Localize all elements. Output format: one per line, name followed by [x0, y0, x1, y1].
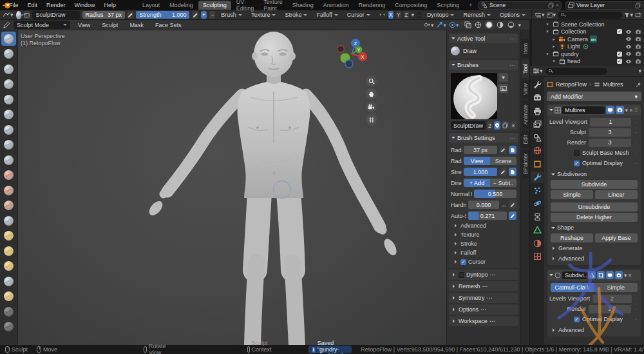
pan-hand-button[interactable]: [366, 88, 377, 99]
show-viewport-icon[interactable]: [606, 271, 614, 279]
brush-preview-icon[interactable]: [16, 11, 22, 19]
on-cage-icon[interactable]: [597, 271, 605, 279]
outliner-filter-icon[interactable]: ▾: [624, 12, 633, 18]
tab-animation[interactable]: Animation: [319, 1, 354, 10]
sculpt-base-mesh-checkbox[interactable]: [574, 150, 580, 156]
remesh-section-header[interactable]: Remesh⋯: [449, 281, 518, 291]
subsection-falloff[interactable]: Falloff: [451, 248, 516, 257]
simple-button[interactable]: Simple: [594, 283, 638, 292]
properties-tab-scene[interactable]: [531, 132, 544, 143]
radius-pressure-icon[interactable]: [128, 11, 133, 19]
breadcrumb-modifier[interactable]: Multires: [603, 81, 623, 88]
properties-tab-output[interactable]: [531, 105, 544, 117]
drag-grip-icon[interactable]: ⋯: [509, 62, 516, 68]
overlays-dropdown[interactable]: ▾: [449, 21, 459, 28]
new-collection-icon[interactable]: [635, 12, 641, 18]
menu-help[interactable]: Help: [100, 1, 120, 9]
outliner-row-scene-collection[interactable]: ▾ Scene Collection: [545, 21, 643, 28]
properties-tab-texture[interactable]: [531, 251, 544, 262]
npanel-tab-bpainter[interactable]: BPainter: [522, 150, 529, 179]
viewport-3d[interactable]: User Perspective (1) RetopoFlow: [0, 30, 529, 345]
sculpt-model-figure[interactable]: [18, 30, 446, 345]
viewport-menu-view[interactable]: View: [74, 21, 94, 29]
levels-viewport-field[interactable]: 2: [592, 295, 631, 303]
render-visibility-icon[interactable]: [634, 35, 641, 43]
dyntopo-checkbox[interactable]: [459, 272, 464, 278]
render-level-field[interactable]: 3: [589, 139, 631, 147]
radius-field[interactable]: 37 px: [464, 146, 497, 154]
zoom-button[interactable]: [366, 75, 377, 86]
unlink-brush-icon[interactable]: ×: [510, 121, 516, 130]
brush-nudge-button[interactable]: [1, 304, 16, 319]
brushes-section-header[interactable]: Brushes⋯: [449, 60, 518, 70]
brush-mask-button[interactable]: [1, 320, 16, 334]
autosmooth-pressure-icon[interactable]: [509, 211, 516, 220]
render-visibility-icon[interactable]: [634, 58, 641, 65]
advanced-subpanel-header[interactable]: Advanced: [549, 326, 639, 335]
hide-eye-icon[interactable]: [625, 50, 632, 57]
save-status-badge[interactable]: iSaved "gundry-002.blend": [308, 346, 352, 353]
duplicate-scene-icon[interactable]: [548, 3, 554, 8]
subsection-advanced[interactable]: Advanced: [451, 221, 516, 230]
cursor-checkbox[interactable]: ✓: [460, 259, 466, 265]
orthographic-toggle-button[interactable]: [366, 114, 377, 125]
brush-smooth-button[interactable]: [1, 168, 16, 182]
show-object-types-dropdown[interactable]: ▾: [424, 22, 434, 28]
outliner-row-gundry[interactable]: ▾ gundry ✓: [545, 50, 643, 58]
properties-options-dropdown[interactable]: ▾: [638, 68, 641, 74]
fake-user-shield-icon[interactable]: [494, 121, 500, 130]
npanel-tab-view[interactable]: View: [522, 79, 529, 99]
drag-grip-icon[interactable]: ⋯: [490, 271, 496, 278]
view-layer-selector[interactable]: View Layer ×: [565, 1, 644, 10]
drag-grip-icon[interactable]: ⋯: [509, 135, 516, 141]
npanel-tab-tool[interactable]: Tool: [522, 60, 529, 78]
brush-blob-button[interactable]: [1, 138, 16, 152]
tab-shading[interactable]: Shading: [288, 1, 318, 10]
brush-thumb-button[interactable]: [1, 274, 16, 288]
radius-tablet-icon[interactable]: [509, 146, 516, 154]
navigation-gizmo[interactable]: Z Y X: [333, 34, 370, 72]
viewport-menu-face-sets[interactable]: Face Sets: [151, 21, 185, 29]
brush-image-icon[interactable]: [498, 84, 508, 93]
shape-subpanel-header[interactable]: Shape: [549, 223, 639, 232]
brush-pinch-button[interactable]: [1, 213, 16, 228]
outliner-row-collection[interactable]: ▾ Collection ✓: [545, 28, 643, 36]
hide-eye-icon[interactable]: [625, 58, 632, 65]
viewport-canvas[interactable]: User Perspective (1) RetopoFlow: [18, 30, 446, 345]
viewport-menu-sculpt[interactable]: Sculpt: [98, 21, 122, 29]
show-render-icon[interactable]: [616, 106, 624, 114]
hide-eye-icon[interactable]: [625, 28, 632, 35]
render-visibility-icon[interactable]: [634, 50, 641, 57]
subsection-stroke[interactable]: Stroke: [451, 239, 516, 248]
catmull-clark-button[interactable]: Catmull-Clark: [551, 283, 594, 292]
brush-layer-button[interactable]: [1, 108, 16, 122]
delete-scene-icon[interactable]: ×: [556, 2, 559, 8]
outliner-editor-type-icon[interactable]: ▾: [535, 12, 545, 18]
brush-settings-section-header[interactable]: Brush Settings⋯: [449, 133, 518, 143]
brush-preview-image[interactable]: [451, 73, 497, 119]
properties-editor-type-icon[interactable]: ▾: [533, 68, 543, 74]
drag-grip-icon[interactable]: ⋯: [489, 318, 495, 324]
properties-tab-view-layer[interactable]: [531, 119, 544, 130]
exclude-checkbox[interactable]: ✓: [617, 29, 622, 34]
strength-pressure-icon[interactable]: [499, 168, 507, 176]
properties-tab-render[interactable]: [531, 92, 544, 104]
tab-scripting[interactable]: Scripting: [432, 1, 464, 10]
options-section-header[interactable]: Options⋯: [449, 304, 518, 315]
properties-tab-tool[interactable]: [531, 79, 544, 90]
strength-tablet-icon[interactable]: [509, 168, 516, 176]
modifier-extras-dropdown[interactable]: ▾: [625, 107, 629, 113]
shading-wireframe-button[interactable]: [474, 21, 482, 29]
radius-slider[interactable]: Radius37 px: [82, 11, 125, 19]
sculpt-level-field[interactable]: 3: [589, 128, 631, 137]
browse-brush-icon[interactable]: [24, 11, 30, 19]
active-tool-section-header[interactable]: Active Tool⋯: [449, 34, 518, 43]
apply-base-button[interactable]: Apply Base: [595, 233, 638, 242]
hardness-invert-icon[interactable]: ↔: [501, 202, 507, 208]
duplicate-view-layer-icon[interactable]: [635, 3, 641, 8]
tab-sculpting[interactable]: Sculpting: [198, 1, 231, 10]
generate-subpanel-header[interactable]: Generate: [549, 244, 639, 253]
show-viewport-icon[interactable]: [606, 106, 614, 114]
brush-inflate-button[interactable]: [1, 123, 16, 137]
brush-draw-button[interactable]: [1, 32, 16, 46]
